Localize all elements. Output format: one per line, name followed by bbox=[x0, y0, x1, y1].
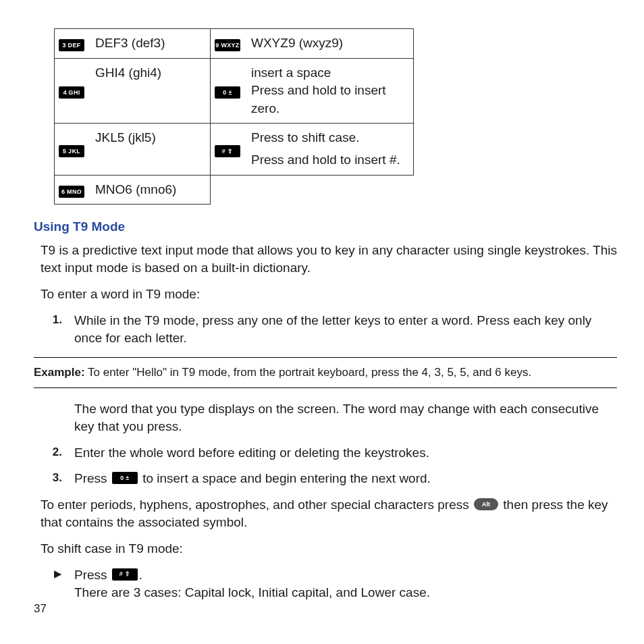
step-item: The word that you type displays on the s… bbox=[34, 400, 617, 436]
step-text: While in the T9 mode, press any one of t… bbox=[74, 312, 617, 348]
alt-key-icon: Alt bbox=[474, 498, 498, 510]
key-3def-icon: 3 DEF bbox=[59, 39, 84, 51]
example-text: To enter "Hello" in T9 mode, from the po… bbox=[85, 366, 532, 379]
example-box: Example: To enter "Hello" in T9 mode, fr… bbox=[34, 357, 617, 388]
key-label-cell: Press to shift case. Press and hold to i… bbox=[244, 124, 414, 175]
step-text: Press 0 ± to insert a space and begin en… bbox=[74, 470, 617, 488]
step-number bbox=[34, 400, 74, 436]
list-item: ▶ Press # ⇧. There are 3 cases: Capital … bbox=[34, 566, 617, 602]
key-label-cell: JKL5 (jkl5) bbox=[88, 124, 211, 175]
text-line: Press to shift case. bbox=[251, 129, 406, 147]
key-cell: # ⇧ bbox=[211, 124, 245, 175]
section-heading: Using T9 Mode bbox=[34, 218, 617, 236]
step-number: 3. bbox=[34, 470, 74, 488]
subhead: To shift case in T9 mode: bbox=[41, 540, 617, 558]
page-number: 37 bbox=[34, 601, 47, 617]
shift-list: ▶ Press # ⇧. There are 3 cases: Capital … bbox=[34, 566, 617, 602]
key-9wxyz-icon: 9 WXYZ bbox=[215, 39, 240, 51]
key-label-cell: insert a space Press and hold to insert … bbox=[244, 58, 414, 124]
intro-paragraph: T9 is a predictive text input mode that … bbox=[41, 242, 617, 277]
key-mapping-table: 3 DEF DEF3 (def3) 9 WXYZ WXYZ9 (wxyz9) 4… bbox=[54, 28, 414, 205]
key-cell: 4 GHI bbox=[55, 58, 89, 124]
key-label-cell: DEF3 (def3) bbox=[88, 29, 211, 59]
hash-key-icon: # ⇧ bbox=[112, 568, 138, 581]
special-chars-paragraph: To enter periods, hyphens, apostrophes, … bbox=[41, 496, 617, 532]
key-label-cell: WXYZ9 (wxyz9) bbox=[244, 29, 414, 59]
key-5jkl-icon: 5 JKL bbox=[59, 145, 84, 157]
example-label: Example: bbox=[34, 366, 85, 379]
key-6mno-icon: 6 MNO bbox=[59, 186, 84, 198]
steps-list-cont: The word that you type displays on the s… bbox=[34, 400, 617, 488]
text-line: Press and hold to insert #. bbox=[251, 151, 406, 169]
key-cell: 9 WXYZ bbox=[211, 29, 245, 59]
step-text: Press # ⇧. There are 3 cases: Capital lo… bbox=[74, 566, 617, 602]
subhead: To enter a word in T9 mode: bbox=[41, 286, 617, 304]
step-text: The word that you type displays on the s… bbox=[74, 400, 617, 436]
steps-list: 1. While in the T9 mode, press any one o… bbox=[34, 312, 617, 348]
step-number: 1. bbox=[34, 312, 74, 348]
key-cell: 3 DEF bbox=[55, 29, 89, 59]
step-number: 2. bbox=[34, 444, 74, 462]
bullet-arrow-icon: ▶ bbox=[34, 566, 74, 602]
step-text: Enter the whole word before editing or d… bbox=[74, 444, 617, 462]
space-key-icon: 0 ± bbox=[112, 472, 138, 484]
step-item: 1. While in the T9 mode, press any one o… bbox=[34, 312, 617, 348]
key-label-cell: GHI4 (ghi4) bbox=[88, 58, 211, 124]
key-0-space-icon: 0 ± bbox=[215, 86, 240, 99]
key-cell: 5 JKL bbox=[55, 124, 89, 175]
key-hash-icon: # ⇧ bbox=[215, 145, 240, 157]
step-item: 3. Press 0 ± to insert a space and begin… bbox=[34, 470, 617, 488]
key-cell: 0 ± bbox=[211, 58, 245, 124]
step-item: 2. Enter the whole word before editing o… bbox=[34, 444, 617, 462]
key-label-cell: MNO6 (mno6) bbox=[88, 175, 211, 205]
text-line: insert a space bbox=[251, 64, 406, 82]
text-line: Press and hold to insert zero. bbox=[251, 82, 406, 117]
key-4ghi-icon: 4 GHI bbox=[59, 86, 84, 99]
key-cell: 6 MNO bbox=[55, 175, 89, 205]
